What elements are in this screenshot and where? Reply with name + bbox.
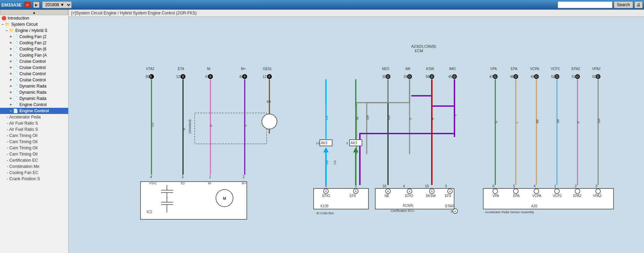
tree-icon: 🔴 bbox=[1, 16, 8, 21]
expand-icon: + bbox=[10, 65, 12, 70]
ecm-label-2: ECM bbox=[415, 49, 423, 53]
sidebar-item-accel-pedal[interactable]: - Accelerator Peda bbox=[0, 114, 68, 120]
col-epa2: EPA2 bbox=[572, 67, 580, 71]
sidebar-item-introduction[interactable]: 🔴 Introduction bbox=[0, 15, 68, 21]
a20-conn-vcp2 bbox=[555, 189, 559, 194]
wire-label-v-mplus: V bbox=[244, 125, 247, 127]
item-label: - Cam Timing Oil bbox=[7, 146, 37, 150]
a20-conn-epa2 bbox=[575, 189, 580, 194]
wire-label-be: BE bbox=[536, 119, 539, 123]
tree-icon: 📄 bbox=[13, 59, 19, 64]
bot-pin-efio-1: 4 bbox=[325, 184, 327, 188]
ic2-label: IC2 bbox=[147, 210, 152, 214]
conn-label-vcpa: D bbox=[535, 75, 538, 78]
sidebar-item-engine-control-2[interactable]: − 📄 Engine Control bbox=[0, 108, 68, 114]
sidebar-item-cooling-fan-3[interactable]: + 📄 Cooling Fan (6 bbox=[0, 46, 68, 52]
sidebar-item-cruise-1[interactable]: + 📄 Cruise Control bbox=[0, 58, 68, 65]
col-neo: NEO bbox=[382, 67, 389, 71]
col-ge01: GE01 bbox=[263, 67, 272, 71]
pin-imi: 59 bbox=[404, 75, 408, 79]
sidebar-item-cam-timing-4[interactable]: - Cam Timing Oil bbox=[0, 151, 68, 157]
sidebar-item-cooling-fan-1[interactable]: + 📄 Cooling Fan (2 bbox=[0, 34, 68, 40]
col-mplus: M+ bbox=[241, 67, 246, 71]
bot-pin-ne: 16 bbox=[382, 184, 387, 188]
play-button[interactable]: ▶ bbox=[33, 2, 39, 8]
sidebar-item-cam-timing-3[interactable]: - Cam Timing Oil bbox=[0, 145, 68, 151]
a13-conn-sksw-label: A bbox=[431, 190, 433, 193]
sidebar-item-air-fuel-1[interactable]: - Air Fuel Ratio S bbox=[0, 120, 68, 126]
sidebar-item-engine-hybrid[interactable]: − 📁 Engine / Hybrid S bbox=[0, 27, 68, 34]
gray-wire-3 bbox=[356, 103, 367, 154]
motor-label: M bbox=[223, 196, 226, 200]
a20-vcp2: VCP2 bbox=[553, 194, 562, 198]
a13-conn-efio-label: A bbox=[409, 190, 411, 193]
col-eta: ETA bbox=[178, 67, 184, 71]
bot-label-mminus-2: M- bbox=[208, 182, 212, 185]
sidebar-item-dynamic-2[interactable]: + 📄 Dynamic Rada bbox=[0, 89, 68, 95]
search-input[interactable] bbox=[558, 1, 612, 8]
item-label: System Circuit bbox=[11, 22, 38, 27]
year-select[interactable]: 201808 ▼ bbox=[42, 1, 72, 8]
breadcrumb-text: [+]System Circuit Engine / Hybrid System… bbox=[71, 11, 197, 15]
a20-pin-epa2: 2 bbox=[575, 184, 577, 188]
print-button[interactable]: 🖨 bbox=[634, 1, 643, 8]
expand-icon: + bbox=[10, 96, 12, 101]
pin-ksw: 58 bbox=[426, 75, 430, 79]
sidebar-item-crank-position[interactable]: - Crank Position S bbox=[0, 176, 68, 182]
sidebar-item-cooling-fan-4[interactable]: + 📄 Cooling Fan (A bbox=[0, 52, 68, 58]
sidebar: ▲ 🔴 Introduction − 📁 System Circuit − 📁 … bbox=[0, 10, 69, 253]
col-vpa2: VPA2 bbox=[592, 67, 601, 71]
wire-label-lg-vta2: LG bbox=[151, 123, 154, 127]
wire-label-r-ksw: R bbox=[431, 117, 435, 120]
conn-label-ksw: D bbox=[431, 75, 433, 78]
search-button[interactable]: Search bbox=[614, 1, 633, 8]
wire-label-gr-mid: GR bbox=[366, 115, 369, 120]
sidebar-item-cruise-2[interactable]: + 📄 Cruise Control bbox=[0, 65, 68, 71]
wire-label-v-imo: V bbox=[454, 114, 457, 116]
sidebar-item-cooling-fan-ec[interactable]: - Cooling Fan EC bbox=[0, 170, 68, 176]
item-label: Cruise Control bbox=[20, 78, 46, 82]
conn-label-mplus: B bbox=[244, 75, 246, 78]
sidebar-item-cam-timing-1[interactable]: - Cam Timing Oil bbox=[0, 133, 68, 139]
tree-icon: 📄 bbox=[13, 34, 19, 39]
star-conn-label: A bbox=[454, 210, 456, 213]
col-vta2: VTA2 bbox=[146, 67, 155, 71]
expand-icon: + bbox=[10, 47, 12, 51]
title-bar: EM33A3E × ▶ 201808 ▼ Search 🖨 bbox=[0, 0, 644, 10]
close-button[interactable]: × bbox=[24, 2, 31, 8]
conn-label-neo: D bbox=[387, 75, 389, 78]
tree-icon: 📄 bbox=[13, 53, 19, 58]
item-label: Cooling Fan (2 bbox=[20, 41, 47, 45]
diagram-area[interactable]: A23(D),C96(B) ECM VTA2 ETA M- M+ GE01 NE… bbox=[69, 17, 644, 253]
expand-icon: + bbox=[10, 41, 12, 45]
wire-label-p: P bbox=[577, 121, 580, 123]
window-title: EM33A3E bbox=[1, 2, 22, 8]
ak3-pin-2: 3 bbox=[346, 141, 348, 145]
item-label: Engine / Hybrid S bbox=[15, 28, 47, 33]
sidebar-item-dynamic-3[interactable]: + 📄 Dynamic Rada bbox=[0, 95, 68, 102]
pin-neo: 30 bbox=[382, 75, 386, 79]
sidebar-item-dynamic-1[interactable]: + 📄 Dynamic Rada bbox=[0, 83, 68, 89]
pin-vta2: 89 bbox=[146, 75, 150, 79]
tree-icon: 📄 bbox=[13, 108, 19, 113]
sidebar-item-cam-timing-2[interactable]: - Cam Timing Oil bbox=[0, 139, 68, 145]
wire-label-b-eta: B bbox=[182, 128, 186, 130]
sidebar-item-cruise-3[interactable]: + 📄 Cruise Control bbox=[0, 71, 68, 77]
item-label: - Accelerator Peda bbox=[7, 115, 41, 119]
sidebar-item-certification-ec[interactable]: - Certification EC bbox=[0, 157, 68, 163]
scroll-up-button[interactable]: ▲ bbox=[0, 10, 68, 15]
sidebar-item-cooling-fan-2[interactable]: + 📄 Cooling Fan (2 bbox=[0, 40, 68, 46]
bot-pin-eta: 3 bbox=[182, 175, 184, 179]
a20-conn-epa bbox=[513, 189, 518, 194]
k139-desc: ID Code Box bbox=[316, 211, 334, 215]
a20-vcpa: VCPA bbox=[532, 194, 542, 198]
sidebar-item-air-fuel-2[interactable]: - Air Fuel Ratio S bbox=[0, 126, 68, 133]
sidebar-item-system-circuit[interactable]: − 📁 System Circuit bbox=[0, 21, 68, 27]
a20-pin-vpa2: 3 bbox=[595, 184, 597, 188]
wire-label-l: L bbox=[515, 122, 519, 123]
sidebar-item-combination-me[interactable]: - Combination Me bbox=[0, 163, 68, 170]
sidebar-item-engine-control-1[interactable]: + 📄 Engine Control bbox=[0, 102, 68, 108]
tree-icon: 📄 bbox=[13, 78, 19, 82]
sidebar-item-cruise-4[interactable]: + 📄 Cruise Control bbox=[0, 77, 68, 83]
arrow-down-1 bbox=[323, 147, 329, 152]
